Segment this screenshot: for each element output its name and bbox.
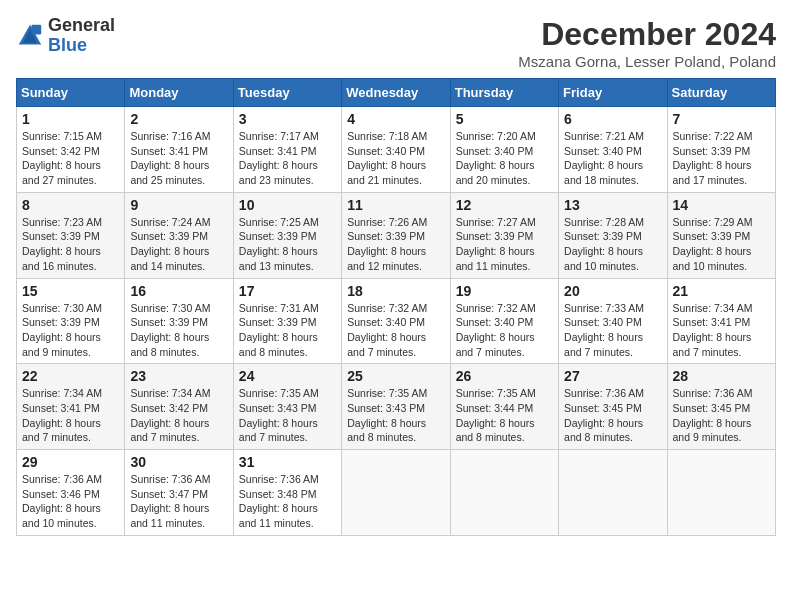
column-header-sunday: Sunday xyxy=(17,79,125,107)
calendar-cell: 7Sunrise: 7:22 AMSunset: 3:39 PMDaylight… xyxy=(667,107,775,193)
calendar-cell: 15Sunrise: 7:30 AMSunset: 3:39 PMDayligh… xyxy=(17,278,125,364)
logo-icon xyxy=(16,22,44,50)
column-header-tuesday: Tuesday xyxy=(233,79,341,107)
calendar-cell: 30Sunrise: 7:36 AMSunset: 3:47 PMDayligh… xyxy=(125,450,233,536)
day-info: Sunrise: 7:36 AMSunset: 3:45 PMDaylight:… xyxy=(564,386,661,445)
day-info: Sunrise: 7:34 AMSunset: 3:42 PMDaylight:… xyxy=(130,386,227,445)
day-info: Sunrise: 7:36 AMSunset: 3:48 PMDaylight:… xyxy=(239,472,336,531)
day-info: Sunrise: 7:18 AMSunset: 3:40 PMDaylight:… xyxy=(347,129,444,188)
calendar-cell: 18Sunrise: 7:32 AMSunset: 3:40 PMDayligh… xyxy=(342,278,450,364)
day-info: Sunrise: 7:25 AMSunset: 3:39 PMDaylight:… xyxy=(239,215,336,274)
column-header-thursday: Thursday xyxy=(450,79,558,107)
calendar-cell: 28Sunrise: 7:36 AMSunset: 3:45 PMDayligh… xyxy=(667,364,775,450)
month-title: December 2024 xyxy=(518,16,776,53)
calendar-cell: 25Sunrise: 7:35 AMSunset: 3:43 PMDayligh… xyxy=(342,364,450,450)
calendar-cell: 1Sunrise: 7:15 AMSunset: 3:42 PMDaylight… xyxy=(17,107,125,193)
calendar-cell xyxy=(450,450,558,536)
day-number: 14 xyxy=(673,197,770,213)
calendar-cell: 17Sunrise: 7:31 AMSunset: 3:39 PMDayligh… xyxy=(233,278,341,364)
column-header-friday: Friday xyxy=(559,79,667,107)
day-number: 15 xyxy=(22,283,119,299)
day-number: 31 xyxy=(239,454,336,470)
calendar-cell: 9Sunrise: 7:24 AMSunset: 3:39 PMDaylight… xyxy=(125,192,233,278)
calendar-cell: 4Sunrise: 7:18 AMSunset: 3:40 PMDaylight… xyxy=(342,107,450,193)
day-number: 27 xyxy=(564,368,661,384)
calendar-cell: 21Sunrise: 7:34 AMSunset: 3:41 PMDayligh… xyxy=(667,278,775,364)
calendar-cell xyxy=(667,450,775,536)
calendar-cell: 31Sunrise: 7:36 AMSunset: 3:48 PMDayligh… xyxy=(233,450,341,536)
calendar-cell: 16Sunrise: 7:30 AMSunset: 3:39 PMDayligh… xyxy=(125,278,233,364)
calendar-cell: 27Sunrise: 7:36 AMSunset: 3:45 PMDayligh… xyxy=(559,364,667,450)
day-number: 22 xyxy=(22,368,119,384)
day-number: 10 xyxy=(239,197,336,213)
logo-line1: General xyxy=(48,16,115,36)
day-number: 26 xyxy=(456,368,553,384)
day-number: 1 xyxy=(22,111,119,127)
column-header-wednesday: Wednesday xyxy=(342,79,450,107)
day-info: Sunrise: 7:16 AMSunset: 3:41 PMDaylight:… xyxy=(130,129,227,188)
calendar-cell: 26Sunrise: 7:35 AMSunset: 3:44 PMDayligh… xyxy=(450,364,558,450)
day-info: Sunrise: 7:22 AMSunset: 3:39 PMDaylight:… xyxy=(673,129,770,188)
calendar-table: SundayMondayTuesdayWednesdayThursdayFrid… xyxy=(16,78,776,536)
day-number: 24 xyxy=(239,368,336,384)
day-number: 4 xyxy=(347,111,444,127)
logo: General Blue xyxy=(16,16,115,56)
day-number: 7 xyxy=(673,111,770,127)
day-number: 13 xyxy=(564,197,661,213)
day-info: Sunrise: 7:15 AMSunset: 3:42 PMDaylight:… xyxy=(22,129,119,188)
day-info: Sunrise: 7:32 AMSunset: 3:40 PMDaylight:… xyxy=(347,301,444,360)
day-number: 3 xyxy=(239,111,336,127)
day-number: 12 xyxy=(456,197,553,213)
calendar-cell: 2Sunrise: 7:16 AMSunset: 3:41 PMDaylight… xyxy=(125,107,233,193)
day-number: 29 xyxy=(22,454,119,470)
logo-line2: Blue xyxy=(48,36,115,56)
day-info: Sunrise: 7:35 AMSunset: 3:43 PMDaylight:… xyxy=(347,386,444,445)
day-number: 23 xyxy=(130,368,227,384)
day-info: Sunrise: 7:36 AMSunset: 3:46 PMDaylight:… xyxy=(22,472,119,531)
day-number: 11 xyxy=(347,197,444,213)
calendar-week-row: 15Sunrise: 7:30 AMSunset: 3:39 PMDayligh… xyxy=(17,278,776,364)
day-number: 17 xyxy=(239,283,336,299)
day-number: 20 xyxy=(564,283,661,299)
calendar-cell: 5Sunrise: 7:20 AMSunset: 3:40 PMDaylight… xyxy=(450,107,558,193)
calendar-cell: 12Sunrise: 7:27 AMSunset: 3:39 PMDayligh… xyxy=(450,192,558,278)
calendar-cell: 6Sunrise: 7:21 AMSunset: 3:40 PMDaylight… xyxy=(559,107,667,193)
calendar-cell: 22Sunrise: 7:34 AMSunset: 3:41 PMDayligh… xyxy=(17,364,125,450)
day-info: Sunrise: 7:20 AMSunset: 3:40 PMDaylight:… xyxy=(456,129,553,188)
calendar-cell: 29Sunrise: 7:36 AMSunset: 3:46 PMDayligh… xyxy=(17,450,125,536)
calendar-cell: 3Sunrise: 7:17 AMSunset: 3:41 PMDaylight… xyxy=(233,107,341,193)
calendar-cell: 11Sunrise: 7:26 AMSunset: 3:39 PMDayligh… xyxy=(342,192,450,278)
column-header-saturday: Saturday xyxy=(667,79,775,107)
calendar-cell: 10Sunrise: 7:25 AMSunset: 3:39 PMDayligh… xyxy=(233,192,341,278)
day-info: Sunrise: 7:28 AMSunset: 3:39 PMDaylight:… xyxy=(564,215,661,274)
day-number: 16 xyxy=(130,283,227,299)
day-info: Sunrise: 7:34 AMSunset: 3:41 PMDaylight:… xyxy=(22,386,119,445)
day-number: 5 xyxy=(456,111,553,127)
day-info: Sunrise: 7:24 AMSunset: 3:39 PMDaylight:… xyxy=(130,215,227,274)
calendar-cell: 14Sunrise: 7:29 AMSunset: 3:39 PMDayligh… xyxy=(667,192,775,278)
day-info: Sunrise: 7:31 AMSunset: 3:39 PMDaylight:… xyxy=(239,301,336,360)
title-block: December 2024 Mszana Gorna, Lesser Polan… xyxy=(518,16,776,70)
day-info: Sunrise: 7:35 AMSunset: 3:44 PMDaylight:… xyxy=(456,386,553,445)
calendar-cell: 8Sunrise: 7:23 AMSunset: 3:39 PMDaylight… xyxy=(17,192,125,278)
calendar-cell: 13Sunrise: 7:28 AMSunset: 3:39 PMDayligh… xyxy=(559,192,667,278)
calendar-header-row: SundayMondayTuesdayWednesdayThursdayFrid… xyxy=(17,79,776,107)
calendar-cell xyxy=(342,450,450,536)
day-number: 18 xyxy=(347,283,444,299)
calendar-cell: 20Sunrise: 7:33 AMSunset: 3:40 PMDayligh… xyxy=(559,278,667,364)
day-number: 19 xyxy=(456,283,553,299)
day-info: Sunrise: 7:35 AMSunset: 3:43 PMDaylight:… xyxy=(239,386,336,445)
day-number: 9 xyxy=(130,197,227,213)
day-info: Sunrise: 7:27 AMSunset: 3:39 PMDaylight:… xyxy=(456,215,553,274)
calendar-cell: 23Sunrise: 7:34 AMSunset: 3:42 PMDayligh… xyxy=(125,364,233,450)
day-info: Sunrise: 7:36 AMSunset: 3:47 PMDaylight:… xyxy=(130,472,227,531)
day-number: 8 xyxy=(22,197,119,213)
location-subtitle: Mszana Gorna, Lesser Poland, Poland xyxy=(518,53,776,70)
day-number: 2 xyxy=(130,111,227,127)
day-info: Sunrise: 7:17 AMSunset: 3:41 PMDaylight:… xyxy=(239,129,336,188)
day-number: 30 xyxy=(130,454,227,470)
page-header: General Blue December 2024 Mszana Gorna,… xyxy=(16,16,776,70)
column-header-monday: Monday xyxy=(125,79,233,107)
svg-rect-2 xyxy=(31,25,41,35)
day-info: Sunrise: 7:36 AMSunset: 3:45 PMDaylight:… xyxy=(673,386,770,445)
